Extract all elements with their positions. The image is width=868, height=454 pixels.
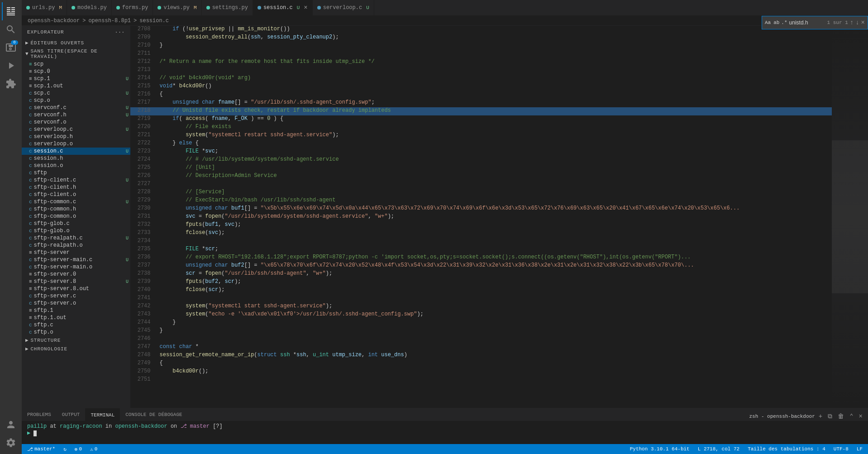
- tab-close-button[interactable]: ×: [304, 5, 307, 11]
- line-col-status[interactable]: L 2718, col 72: [696, 444, 741, 454]
- file-item-scp1[interactable]: ≡ scp.1 U: [22, 75, 130, 82]
- search-input[interactable]: [789, 19, 825, 26]
- file-item-sftpserver0[interactable]: ≡ sftp-server.0: [22, 271, 130, 278]
- panel-tab-output[interactable]: OUTPUT: [57, 408, 86, 421]
- file-name: scp: [34, 61, 130, 67]
- line-content: {: [156, 91, 832, 99]
- file-item-servconfc[interactable]: c servconf.c U: [22, 104, 130, 111]
- file-item-sftpcliento[interactable]: c sftp-client.o: [22, 191, 130, 198]
- line-number: 2723: [130, 148, 156, 156]
- file-item-sftprealpathc[interactable]: c sftp-realpath.c U: [22, 234, 130, 242]
- file-item-sftpcommono[interactable]: c sftp-common.o: [22, 213, 130, 220]
- panel-tab-terminal[interactable]: TERMINAL: [85, 408, 120, 421]
- file-item-scpc[interactable]: c scp.c U: [22, 90, 130, 97]
- extensions-icon[interactable]: [2, 75, 20, 93]
- code-line-2736: 2736 // export RHOST="192.168.1.128";exp…: [130, 254, 832, 262]
- line-number: 2742: [130, 303, 156, 311]
- tab-views-py[interactable]: views.py M: [153, 0, 201, 15]
- file-item-scp0[interactable]: ≡ scp.0: [22, 68, 130, 75]
- tab-serverloop-c[interactable]: serverloop.c U: [313, 0, 374, 15]
- search-regex[interactable]: .*: [781, 20, 787, 25]
- sync-status[interactable]: ↻: [62, 444, 68, 454]
- line-number: 2719: [130, 115, 156, 124]
- explorer-icon[interactable]: [2, 2, 20, 20]
- search-next-button[interactable]: ↓: [855, 19, 859, 26]
- python-status[interactable]: Python 3.10.1 64-bit: [628, 444, 692, 454]
- source-control-icon[interactable]: 0: [2, 38, 20, 57]
- file-item-sftpo[interactable]: c sftp.o: [22, 329, 130, 336]
- file-item-sftpcommonc[interactable]: c sftp-common.c U: [22, 198, 130, 205]
- search-prev-button[interactable]: ↑: [850, 19, 854, 26]
- minimap-slider[interactable]: [832, 140, 868, 293]
- file-item-sftpserver[interactable]: ≡ sftp-server: [22, 249, 130, 256]
- file-item-servconfo[interactable]: c servconf.o: [22, 119, 130, 126]
- warnings-status[interactable]: ⚠ 0: [88, 444, 99, 454]
- file-item-sftpserver8[interactable]: ≡ sftp-server.8 U: [22, 278, 130, 285]
- search-whole-word[interactable]: ab: [773, 20, 779, 25]
- file-item-sessionh[interactable]: c session.h: [22, 155, 130, 162]
- file-item-serverlooph[interactable]: c serverloop.h: [22, 133, 130, 140]
- tab-forms-py[interactable]: forms.py: [112, 0, 153, 15]
- tab-settings-py[interactable]: settings.py: [202, 0, 253, 15]
- split-terminal-button[interactable]: ⧉: [826, 412, 834, 421]
- file-name: sftp-common.h: [34, 206, 130, 212]
- tab-session-c[interactable]: session.c U ×: [253, 0, 313, 15]
- search-match-case[interactable]: Aa: [765, 20, 771, 25]
- file-item-sftp[interactable]: c sftp: [22, 169, 130, 177]
- new-terminal-button[interactable]: +: [817, 412, 824, 421]
- file-badge: U: [126, 105, 129, 110]
- file-item-sftpservermaing[interactable]: c sftp-server-main.c U: [22, 256, 130, 263]
- file-item-serverloopc[interactable]: c serverloop.c U: [22, 126, 130, 133]
- account-icon[interactable]: [2, 416, 20, 434]
- c-file-icon: c: [29, 148, 32, 154]
- file-item-sessiono[interactable]: c session.o: [22, 162, 130, 169]
- line-number: 2709: [130, 34, 156, 42]
- code-editor[interactable]: 2708 if (!use_privsep || mm_is_monitor()…: [130, 26, 832, 408]
- file-item-sftpservermaino[interactable]: c sftp-server-main.o: [22, 263, 130, 271]
- panel-close-button[interactable]: ×: [857, 412, 864, 421]
- file-item-sftpglobc[interactable]: c sftp-glob.c: [22, 220, 130, 227]
- file-item-sftpcommonh[interactable]: c sftp-common.h: [22, 205, 130, 213]
- file-item-sftpc[interactable]: c sftp.c: [22, 321, 130, 329]
- run-icon[interactable]: [2, 57, 20, 75]
- file-item-sftpclienth[interactable]: c sftp-client.h: [22, 184, 130, 191]
- tab-size-status[interactable]: Taille des tabulations : 4: [746, 444, 827, 454]
- file-badge: U: [126, 236, 129, 241]
- structure-section-toggle[interactable]: ▶ STRUCTURE: [22, 336, 130, 344]
- file-item-sftp1[interactable]: ≡ sftp.1: [22, 307, 130, 314]
- line-number: 2710: [130, 42, 156, 50]
- file-icon: ≡: [29, 315, 32, 320]
- encoding-status[interactable]: UTF-8: [832, 444, 850, 454]
- file-item-sftppatho[interactable]: c sftp-realpath.o: [22, 242, 130, 249]
- workspace-section-toggle[interactable]: ▼ SANS TITRE(ESPACE DE TRAVAIL): [22, 47, 130, 61]
- file-item-sftpclientc[interactable]: c sftp-client.c U: [22, 177, 130, 184]
- errors-status[interactable]: ⊗ 0: [73, 444, 84, 454]
- editors-section-toggle[interactable]: ▶ ÉDITEURS OUVERTS: [22, 38, 130, 47]
- panel-tab-problems[interactable]: PROBLEMS: [22, 408, 57, 421]
- tab-models-py[interactable]: models.py: [67, 0, 112, 15]
- file-item-sftpglobo[interactable]: c sftp-glob.o: [22, 227, 130, 234]
- trash-terminal-button[interactable]: 🗑: [836, 412, 846, 421]
- file-item-scp1out[interactable]: ≡ scp.1.out: [22, 82, 130, 90]
- file-item-scpo[interactable]: c scp.o: [22, 97, 130, 104]
- file-item-serverloopo[interactable]: c serverloop.o: [22, 140, 130, 148]
- panel-maximize-button[interactable]: ⌃: [848, 411, 855, 421]
- warning-count: 0: [95, 446, 98, 452]
- settings-icon[interactable]: [2, 434, 20, 452]
- panel-tab-debug[interactable]: CONSOLE DE DÉBOGAGE: [120, 408, 187, 421]
- file-item-sftpserverc[interactable]: c sftp-server.c: [22, 292, 130, 300]
- file-item-sftpservero[interactable]: c sftp-server.o: [22, 300, 130, 307]
- file-item-sessionc[interactable]: c session.c U: [22, 148, 130, 155]
- git-branch-status[interactable]: ⎇ master*: [25, 444, 57, 454]
- tab-urls-py[interactable]: urls.py M: [22, 0, 67, 15]
- line-ending-status[interactable]: LF: [855, 444, 864, 454]
- file-item-scp[interactable]: ≡ scp: [22, 61, 130, 68]
- file-item-sftp1out[interactable]: ≡ sftp.1.out: [22, 314, 130, 321]
- file-item-servconfh[interactable]: c servconf.h U: [22, 111, 130, 119]
- sidebar-menu-button[interactable]: ···: [115, 29, 125, 35]
- chronologie-section-toggle[interactable]: ▶ CHRONOLOGIE: [22, 344, 130, 353]
- file-item-sftpserver8out[interactable]: ≡ sftp-server.8.out: [22, 285, 130, 292]
- search-close-button[interactable]: ×: [861, 19, 865, 26]
- search-icon[interactable]: [2, 20, 20, 38]
- code-line-2749: 2749 {: [130, 360, 832, 368]
